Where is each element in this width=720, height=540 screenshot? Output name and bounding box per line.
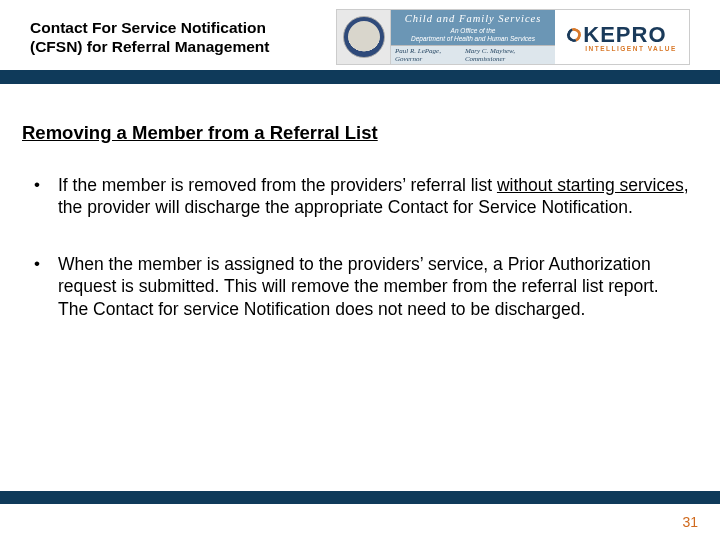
seal-icon <box>343 16 385 58</box>
page-number: 31 <box>682 514 698 530</box>
bullet1-pre: If the member is removed from the provid… <box>58 175 497 195</box>
cfs-title: Child and Family Services <box>405 13 542 26</box>
kepro-logo: KEPRO INTELLIGENT VALUE <box>567 22 676 52</box>
header-title-line1: Contact For Service Notification <box>30 19 266 36</box>
state-seal <box>337 10 391 64</box>
governor-name: Paul R. LePage, Governor <box>395 47 465 63</box>
bullet-list: If the member is removed from the provid… <box>22 174 690 320</box>
cfs-sub1: An Office of the <box>451 27 496 34</box>
bullet-item-1: If the member is removed from the provid… <box>34 174 690 219</box>
kepro-swirl-icon <box>565 26 584 45</box>
bullet1-underline: without starting services <box>497 175 684 195</box>
cfs-sub2: Department of Health and Human Services <box>411 35 535 42</box>
commissioner-name: Mary C. Mayhew, Commissioner <box>465 47 551 63</box>
header-logos: Child and Family Services An Office of t… <box>336 9 690 65</box>
bullet-item-2: When the member is assigned to the provi… <box>34 253 690 320</box>
header-title-line2: (CFSN) for Referral Management <box>30 38 269 55</box>
header-title: Contact For Service Notification (CFSN) … <box>30 18 330 57</box>
kepro-tagline: INTELLIGENT VALUE <box>585 45 676 52</box>
cfs-banner: Child and Family Services An Office of t… <box>391 10 555 45</box>
section-title: Removing a Member from a Referral List <box>22 122 690 144</box>
officials-strip: Paul R. LePage, Governor Mary C. Mayhew,… <box>391 45 555 64</box>
slide-content: Removing a Member from a Referral List I… <box>0 84 720 320</box>
header-divider-bar <box>0 70 720 84</box>
kepro-logo-box: KEPRO INTELLIGENT VALUE <box>555 10 689 64</box>
slide-header: Contact For Service Notification (CFSN) … <box>0 0 720 70</box>
footer-divider-bar <box>0 491 720 504</box>
